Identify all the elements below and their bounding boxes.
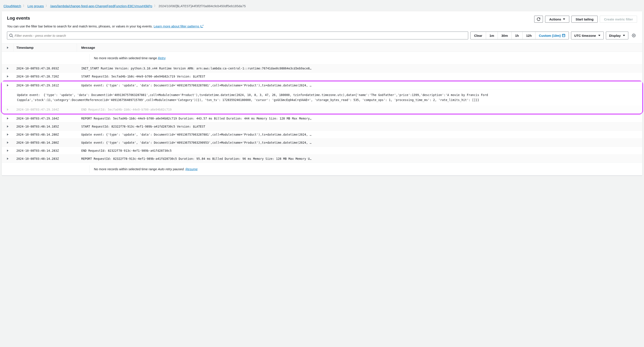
triangle-right-icon: [7, 75, 8, 77]
actions-button[interactable]: Actions: [545, 16, 569, 23]
range-1h[interactable]: 1h: [512, 32, 523, 39]
table-row: 2024-10-08T03:48:14.283Z REPORT RequestI…: [2, 155, 642, 163]
triangle-right-icon: [7, 46, 8, 49]
settings-button[interactable]: [630, 31, 637, 39]
table-row: 2024-10-08T03:48:14.280Z Update event: {…: [2, 139, 642, 147]
triangle-right-icon: [7, 108, 8, 111]
row-toggle[interactable]: [2, 106, 14, 113]
row-timestamp: 2024-10-08T03:48:14.283Z: [14, 155, 77, 163]
row-message: REPORT RequestId: 82322f78-913c-4ef1-989…: [77, 155, 642, 163]
search-input[interactable]: [14, 34, 466, 37]
column-timestamp[interactable]: Timestamp: [14, 43, 77, 52]
chevron-right-icon: 〉: [154, 4, 157, 8]
svg-point-0: [633, 35, 634, 36]
gear-icon: [632, 33, 636, 37]
log-table: Timestamp Message No more records within…: [2, 43, 642, 175]
breadcrumb: CloudWatch 〉 Log groups 〉 /aws/lambda/ch…: [2, 2, 642, 11]
row-toggle[interactable]: [2, 81, 14, 89]
row-message: Update event: {'type': 'update', 'data':…: [77, 139, 642, 146]
row-toggle[interactable]: [2, 123, 14, 130]
row-message: REPORT RequestId: 5ecfad4b-1b8c-44e9-b70…: [77, 114, 642, 122]
row-timestamp: 2024-10-08T03:47:29.164Z: [14, 106, 77, 113]
triangle-right-icon: [7, 133, 8, 136]
range-custom[interactable]: Custom (10m): [536, 32, 568, 39]
expand-all-toggle[interactable]: [2, 43, 14, 52]
row-message: INIT_START Runtime Version: python:3.10.…: [77, 64, 642, 72]
resume-link[interactable]: Resume: [186, 167, 198, 171]
breadcrumb-log-group-name[interactable]: /aws/lambda/change-feed-app-ChangeFeedFu…: [50, 4, 152, 8]
row-timestamp: 2024-10-08T03:47:28.720Z: [14, 72, 77, 80]
row-message: Update event: {'type': 'update', 'data':…: [77, 81, 642, 89]
display-dropdown[interactable]: Display: [606, 31, 628, 39]
row-timestamp: 2024-10-08T03:47:29.161Z: [14, 81, 77, 89]
row-toggle[interactable]: [2, 139, 14, 146]
row-toggle[interactable]: [2, 72, 14, 80]
row-timestamp: 2024-10-08T03:47:28.093Z: [14, 64, 77, 72]
table-row: 2024-10-08T03:48:14.185Z START RequestId…: [2, 123, 642, 131]
row-message: START RequestId: 82322f78-913c-4ef1-989b…: [77, 123, 642, 130]
calendar-icon: [562, 34, 565, 37]
table-row: 2024-10-08T03:47:29.161Z Update event: {…: [2, 81, 642, 89]
row-timestamp: 2024-10-08T03:48:14.283Z: [14, 147, 77, 155]
search-icon: [9, 34, 13, 37]
row-toggle[interactable]: [2, 155, 14, 163]
table-row: 2024-10-08T03:48:14.280Z Update event: {…: [2, 131, 642, 139]
breadcrumb-log-stream: 2024/10/08/[$LATEST]44f3f2f70a884c9cb450…: [158, 4, 246, 8]
refresh-icon: [536, 17, 540, 21]
log-events-panel: Log events Actions Start tailing Create …: [2, 11, 642, 175]
caret-down-icon: [623, 35, 625, 36]
row-timestamp: 2024-10-08T03:48:14.280Z: [14, 131, 77, 138]
page-title: Log events: [7, 16, 30, 21]
table-row: 2024-10-08T03:47:29.164Z REPORT RequestI…: [2, 114, 642, 123]
row-timestamp: 2024-10-08T03:48:14.185Z: [14, 123, 77, 130]
table-header: Timestamp Message: [2, 43, 642, 52]
breadcrumb-cloudwatch[interactable]: CloudWatch: [4, 4, 21, 8]
range-1m[interactable]: 1m: [486, 32, 498, 39]
triangle-right-icon: [7, 67, 8, 69]
timezone-dropdown[interactable]: UTC timezone: [571, 31, 604, 39]
top-info-row: No more records within selected time ran…: [2, 52, 642, 64]
learn-more-link[interactable]: Learn more about filter patterns: [154, 24, 203, 28]
caret-down-icon: [563, 18, 565, 20]
retry-link[interactable]: Retry: [158, 56, 166, 60]
triangle-right-icon: [7, 125, 8, 128]
search-input-wrapper[interactable]: [7, 31, 468, 39]
triangle-right-icon: [7, 158, 8, 160]
chevron-right-icon: 〉: [46, 4, 48, 8]
time-range-segment: Clear 1m 30m 1h 12h Custom (10m): [470, 31, 569, 39]
breadcrumb-log-groups[interactable]: Log groups: [28, 4, 44, 8]
table-row: 2024-10-08T03:48:14.283Z END RequestId: …: [2, 147, 642, 155]
table-row: 2024-10-08T03:47:29.164Z END RequestId: …: [2, 106, 642, 114]
row-message: END RequestId: 5ecfad4b-1b8c-44e9-b700-a…: [77, 106, 642, 113]
triangle-right-icon: [7, 141, 8, 144]
refresh-button[interactable]: [534, 16, 543, 23]
row-toggle[interactable]: [2, 64, 14, 72]
external-link-icon: [201, 25, 203, 28]
range-30m[interactable]: 30m: [498, 32, 512, 39]
row-toggle[interactable]: [2, 114, 14, 122]
range-12h[interactable]: 12h: [523, 32, 536, 39]
bottom-info-row: No more records within selected time ran…: [2, 163, 642, 175]
triangle-right-icon: [7, 150, 8, 152]
start-tailing-button[interactable]: Start tailing: [572, 16, 598, 23]
triangle-right-icon: [7, 84, 8, 86]
table-row: 2024-10-08T03:47:28.720Z START RequestId…: [2, 72, 642, 80]
caret-down-icon: [598, 35, 600, 36]
clear-range-button[interactable]: Clear: [470, 32, 486, 39]
row-timestamp: 2024-10-08T03:47:29.164Z: [14, 114, 77, 122]
row-toggle[interactable]: [2, 147, 14, 155]
row-message: END RequestId: 82322f78-913c-4ef1-989b-a…: [77, 147, 642, 155]
triangle-right-icon: [7, 117, 8, 119]
row-timestamp: 2024-10-08T03:48:14.280Z: [14, 139, 77, 146]
expanded-message: Update event: {'type': 'update', 'data':…: [2, 89, 642, 106]
column-message[interactable]: Message: [77, 43, 642, 52]
filter-hint: You can use the filter bar below to sear…: [7, 24, 637, 28]
row-message: START RequestId: 5ecfad4b-1b8c-44e9-b700…: [77, 72, 642, 80]
highlighted-log-entry: 2024-10-08T03:47:29.161Z Update event: {…: [1, 80, 643, 114]
table-row: 2024-10-08T03:47:28.093Z INIT_START Runt…: [2, 64, 642, 72]
create-metric-filter-button[interactable]: Create metric filter: [600, 16, 637, 23]
row-message: Update event: {'type': 'update', 'data':…: [77, 131, 642, 138]
chevron-right-icon: 〉: [23, 4, 26, 8]
row-toggle[interactable]: [2, 131, 14, 138]
